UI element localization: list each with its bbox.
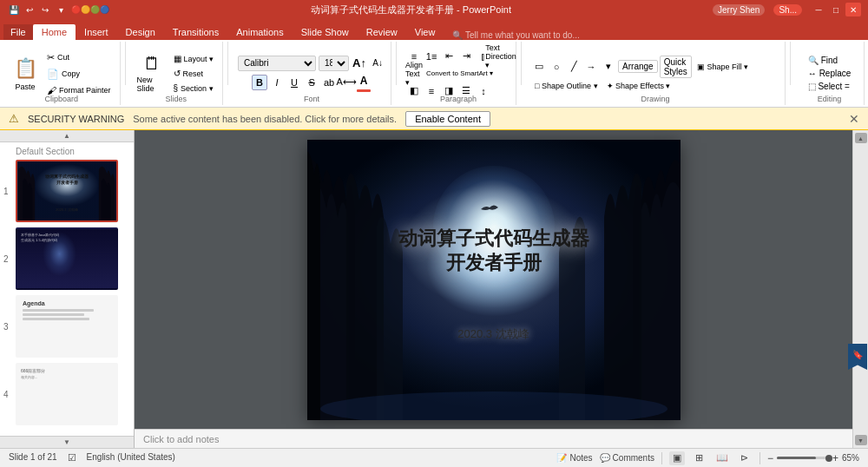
numbering-btn[interactable]: 1≡ — [424, 49, 439, 64]
new-slide-btn[interactable]: 🗒 New Slide — [135, 51, 168, 95]
slide-sorter-btn[interactable]: ⊞ — [692, 451, 707, 465]
paste-btn[interactable]: 📋 Paste — [9, 54, 42, 94]
replace-btn[interactable]: ↔ Replace — [805, 68, 855, 79]
ribbon-group-editing: 🔍 Find ↔ Replace ⬚ Select = Editing — [795, 42, 865, 105]
security-close-btn[interactable]: ✕ — [849, 112, 859, 126]
shape-line[interactable]: ╱ — [566, 59, 582, 75]
notes-btn[interactable]: 📝 Notes — [556, 453, 592, 463]
save-qa-btn[interactable]: 💾 — [7, 3, 21, 16]
slideshow-btn[interactable]: ⊳ — [737, 451, 753, 465]
strikethrough-btn[interactable]: S — [304, 75, 319, 90]
slide-title[interactable]: 动词算子式代码生成器开发者手册 — [307, 227, 681, 276]
cut-btn[interactable]: ✂ Cut — [43, 50, 115, 65]
font-size-select[interactable]: 18 — [319, 56, 349, 71]
grow-font-btn[interactable]: A↑ — [352, 56, 367, 71]
scroll-down-btn[interactable]: ▼ — [0, 436, 134, 448]
section-btn[interactable]: § Section ▾ — [170, 82, 218, 95]
layout-btn[interactable]: ▦ Layout ▾ — [170, 52, 218, 65]
maximize-btn[interactable]: □ — [828, 3, 844, 16]
comments-btn[interactable]: 💬 Comments — [600, 453, 654, 463]
slide-thumb-1[interactable]: 1 动词算子式代码生成器开发者手册 2020.3 沈戟峰 — [16, 160, 123, 222]
font-color-btn[interactable]: A — [356, 73, 372, 89]
slide-1-title: 动词算子式代码生成器开发者手册 — [17, 174, 116, 186]
drawing-shapes: ▭ ○ ╱ → ▾ Arrange QuickStyles ▣ Shape Fi… — [531, 56, 779, 92]
shape-rect[interactable]: ▭ — [531, 59, 547, 75]
tab-insert[interactable]: Insert — [76, 24, 117, 40]
qa-dropdown[interactable]: ▾ — [54, 3, 68, 16]
clipboard-label: Clipboard — [3, 95, 120, 103]
zoom-in-btn[interactable]: + — [832, 452, 838, 464]
char-spacing-btn[interactable]: A⟷ — [339, 75, 354, 90]
shape-arrow[interactable]: → — [583, 59, 599, 75]
slide-thumb-img-4[interactable]: 666前言部分相关内容... — [16, 363, 118, 425]
undo-qa-btn[interactable]: ↩ — [23, 3, 36, 16]
clipboard-secondary: ✂ Cut 📄 Copy 🖌 Format Painter — [43, 50, 115, 97]
scroll-up-btn[interactable]: ▲ — [0, 130, 134, 142]
tab-slide-show[interactable]: Slide Show — [293, 24, 358, 40]
slide-thumb-4[interactable]: 4 666前言部分相关内容... — [16, 363, 123, 425]
italic-btn[interactable]: I — [269, 75, 285, 90]
reading-view-btn[interactable]: 📖 — [714, 451, 730, 465]
arrange-btn[interactable]: Arrange — [618, 60, 658, 73]
bold-btn[interactable]: B — [252, 75, 267, 90]
shrink-font-btn[interactable]: A↓ — [370, 56, 385, 71]
scroll-up-arrow[interactable]: ▲ — [855, 133, 867, 143]
slide-thumb-2[interactable]: 2 本手册基于Java算代代码生成器元 1.5.4的源代码 — [16, 227, 123, 290]
ribbon-group-clipboard: 📋 Paste ✂ Cut 📄 Copy 🖌 Format Painter Cl… — [3, 42, 121, 105]
new-slide-icon: 🗒 — [143, 54, 161, 74]
main-slide[interactable]: 动词算子式代码生成器开发者手册 2020.3 沈戟峰 — [307, 140, 681, 420]
notes-placeholder[interactable]: Click to add notes — [143, 434, 219, 444]
copy-btn[interactable]: 📄 Copy — [43, 67, 115, 82]
reset-btn[interactable]: ↺ Reset — [170, 67, 218, 80]
quick-styles-btn[interactable]: QuickStyles — [660, 56, 692, 78]
tab-design[interactable]: Design — [117, 24, 164, 40]
select-btn[interactable]: ⬚ Select = — [805, 81, 855, 92]
slide-thumb-3[interactable]: 3 Agenda — [16, 295, 123, 358]
shape-more[interactable]: ▾ — [601, 59, 616, 75]
tell-me-bar: 🔍 Tell me what you want to do... — [444, 30, 868, 40]
tab-home[interactable]: Home — [33, 24, 76, 40]
shape-effects-btn[interactable]: ✦ Shape Effects ▾ — [603, 80, 674, 92]
font-row-2: B I U S ab A⟷ A — [252, 73, 372, 92]
user-name[interactable]: Jerry Shen — [713, 4, 765, 16]
text-direction-btn[interactable]: Text Direction ▾ — [493, 49, 509, 64]
tab-view[interactable]: View — [406, 24, 444, 40]
slide-thumb-img-3[interactable]: Agenda — [16, 295, 118, 358]
font-color-btn-wrap[interactable]: A — [356, 73, 372, 92]
indent-right-btn[interactable]: ⇥ — [458, 49, 474, 64]
enable-content-btn[interactable]: Enable Content — [405, 111, 490, 127]
shape-fill-btn[interactable]: ▣ Shape Fill ▾ — [694, 61, 752, 73]
indent-left-btn[interactable]: ⇤ — [441, 49, 457, 64]
zoom-level[interactable]: 65% — [842, 453, 859, 463]
shadow-btn[interactable]: ab — [321, 75, 337, 90]
convert-smartart-btn[interactable]: Convert to SmartArt ▾ — [424, 66, 496, 82]
slide-author[interactable]: 2020.3 沈戟峰 — [307, 326, 681, 342]
ribbon-group-font: Calibri 18 A↑ A↓ B I U S ab A⟷ A Font — [233, 42, 391, 105]
zoom-handle[interactable] — [825, 455, 832, 462]
slide-thumb-img-1[interactable]: 动词算子式代码生成器开发者手册 2020.3 沈戟峰 — [16, 160, 118, 222]
normal-view-btn[interactable]: ▣ — [669, 451, 685, 465]
zoom-out-btn[interactable]: − — [767, 452, 773, 464]
redo-qa-btn[interactable]: ↪ — [38, 3, 52, 16]
tab-animations[interactable]: Animations — [227, 24, 292, 40]
tab-transitions[interactable]: Transitions — [164, 24, 227, 40]
share-btn[interactable]: Sh... — [773, 4, 802, 16]
align-text-btn[interactable]: Align Text ▾ — [406, 66, 422, 82]
window-title: 动词算子式代码生成器开发者手册 - PowerPoint — [109, 3, 713, 16]
font-name-select[interactable]: Calibri — [238, 56, 316, 71]
close-btn[interactable]: ✕ — [845, 3, 861, 16]
find-btn[interactable]: 🔍 Find — [805, 55, 855, 66]
slide-thumb-img-2[interactable]: 本手册基于Java算代代码生成器元 1.5.4的源代码 — [16, 227, 118, 290]
tab-file[interactable]: File — [3, 24, 33, 40]
sep-5 — [790, 42, 791, 85]
quick-access-toolbar: 💾 ↩ ↪ ▾ — [7, 3, 68, 16]
underline-btn[interactable]: U — [286, 75, 302, 90]
scroll-down-arrow[interactable]: ▼ — [855, 435, 867, 445]
tab-review[interactable]: Review — [358, 24, 406, 40]
spell-check[interactable]: ☑ — [68, 452, 76, 464]
minimize-btn[interactable]: ─ — [811, 3, 826, 16]
shape-outline-btn[interactable]: □ Shape Outline ▾ — [531, 80, 601, 92]
shape-oval[interactable]: ○ — [549, 59, 564, 75]
bookmark-icon[interactable]: 🔖 — [848, 344, 867, 370]
zoom-slider[interactable] — [777, 457, 829, 459]
